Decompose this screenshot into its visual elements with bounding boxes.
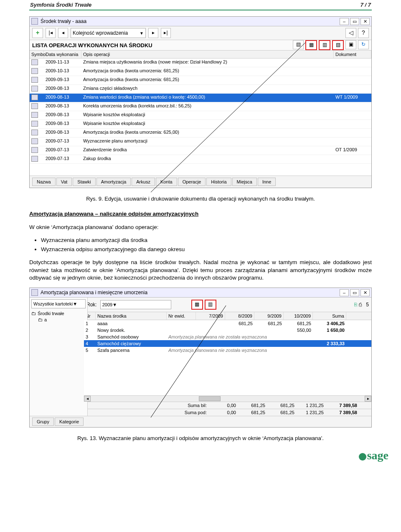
minimize-button[interactable]: –: [340, 18, 349, 25]
table-row[interactable]: 3Samochód osobowyAmortyzacja planowana n…: [84, 333, 371, 340]
table-row[interactable]: 2009-08-13Wpisanie kosztów eksploatacji: [30, 120, 371, 129]
back-button[interactable]: ◁: [345, 28, 356, 38]
doc-edit-icon[interactable]: ▦: [305, 40, 317, 50]
tab-miejsca[interactable]: Miejsca: [232, 178, 257, 186]
close-button[interactable]: ✕: [360, 289, 370, 296]
table-row[interactable]: 2009-07-13Wyznaczenie planu amortyzacji: [30, 137, 371, 146]
chevron-down-icon: ▼: [140, 31, 144, 36]
table-row[interactable]: 2009-08-13Zmiana wartości środka (zmiana…: [30, 94, 371, 102]
bullet-item: Wyznaczenia planu amortyzacji dla środka: [41, 237, 372, 244]
row-icon: [31, 130, 38, 135]
row-count: 5: [366, 302, 369, 308]
table-row[interactable]: 5Szafa pancernaAmortyzacja planowana nie…: [84, 347, 371, 354]
calc-plan-icon[interactable]: ▦: [191, 300, 203, 310]
tab-grupy[interactable]: Grupy: [32, 417, 54, 426]
scroll-thumb[interactable]: [199, 396, 221, 401]
row-icon: [31, 86, 38, 92]
first-button[interactable]: |◂: [46, 28, 56, 38]
year-combo[interactable]: 2009▼: [100, 300, 171, 309]
sum-row-pod: Suma pod: 0,00681,25681,251 231,257 389,…: [84, 409, 371, 416]
bullet-item: Wyznaczenia odpisu amortyzacyjnego dla d…: [41, 246, 372, 253]
table-row[interactable]: 2009-07-13Zakup środka: [30, 155, 371, 164]
maximize-button[interactable]: ▭: [350, 18, 359, 25]
print-icon[interactable]: ⎙: [359, 302, 362, 308]
window-title: Środek trwały - aaaa: [41, 18, 86, 24]
header-rule: [29, 10, 372, 10]
sort-combo[interactable]: Kolejność wprowadzenia ▼: [71, 28, 146, 38]
tree-item[interactable]: 🗀 a: [38, 317, 86, 322]
row-icon: [31, 138, 38, 144]
table-row[interactable]: 2009-08-13Zmiana części składowych: [30, 85, 371, 94]
tab-vat[interactable]: Vat: [56, 178, 72, 186]
folder-icon: 🗀: [38, 317, 43, 322]
figure-caption-13: Rys. 13. Wyznaczanie planu amortyzacji i…: [29, 435, 372, 441]
h-scrollbar[interactable]: ◂ ▸: [84, 395, 371, 402]
table-row[interactable]: 2009-08-13Wpisanie kosztów eksploatacji: [30, 111, 371, 120]
section-heading: Amortyzacja planowana – naliczanie odpis…: [29, 211, 198, 217]
refresh-icon[interactable]: ↻: [358, 40, 369, 49]
section-title: LISTA OPERACJI WYKONANYCH NA ŚRODKU: [32, 42, 152, 48]
window-amortization: Amortyzacja planowana i miesięczne umorz…: [29, 288, 372, 428]
row-icon: [31, 103, 38, 109]
prev-button[interactable]: ◂: [58, 28, 68, 38]
calc-writeoff-icon[interactable]: ▥: [205, 300, 216, 310]
row-icon: [31, 121, 38, 127]
maximize-button[interactable]: ▭: [350, 289, 359, 296]
tab-historia[interactable]: Historia: [206, 178, 231, 186]
rok-label: Rok:: [86, 302, 97, 308]
doc-title: Symfonia Środki Trwałe: [30, 2, 91, 8]
filter-combo[interactable]: Wszystkie kartoteki▼: [31, 299, 86, 308]
add-button[interactable]: +: [32, 28, 43, 38]
tab-inne[interactable]: Inne: [258, 178, 276, 186]
help-button[interactable]: ?: [358, 28, 369, 38]
chevron-down-icon: ▼: [112, 302, 117, 307]
row-icon: [31, 156, 38, 162]
grid-body: 1aaaa681,25681,25681,253 406,252Nowy śro…: [84, 320, 371, 395]
table-row[interactable]: 2009-08-13Amortyzacja środka (kwota umor…: [30, 129, 371, 137]
table-row[interactable]: 1aaaa681,25681,25681,253 406,25: [84, 320, 371, 327]
scroll-left-icon[interactable]: ◂: [84, 396, 91, 402]
ops-table-body: 2009-11-13Zmiana miejsca użytkowania śro…: [30, 59, 371, 176]
tab-arkusz[interactable]: Arkusz: [132, 178, 155, 186]
tab-nazwa[interactable]: Nazwa: [32, 178, 56, 186]
tab-stawki[interactable]: Stawki: [73, 178, 95, 186]
window-asset-ops: Środek trwały - aaaa – ▭ ✕ + |◂ ◂ Kolejn…: [29, 16, 372, 188]
close-button[interactable]: ✕: [360, 18, 370, 25]
table-row[interactable]: 2Nowy środek.550,001 650,00: [84, 327, 371, 333]
app-icon: [31, 289, 38, 296]
doc-print-icon[interactable]: ▧: [332, 40, 344, 50]
row-icon: [31, 68, 38, 74]
sort-combo-label: Kolejność wprowadzenia: [73, 30, 128, 36]
tab-amortyzacja[interactable]: Amortyzacja: [96, 178, 131, 186]
tree-panel: Wszystkie kartoteki▼ 🗀 Środki trwałe 🗀 a: [30, 298, 88, 416]
sum-row-bil: Suma bil: 0,00681,25681,251 231,257 389,…: [84, 402, 371, 409]
table-row[interactable]: 2009-11-13Zmiana miejsca użytkowania śro…: [30, 59, 371, 67]
table-row[interactable]: 2009-10-13Amortyzacja środka (kwota umor…: [30, 67, 371, 76]
table-row[interactable]: 2009-09-13Amortyzacja środka (kwota umor…: [30, 76, 371, 85]
export-icon[interactable]: ⎘: [354, 302, 357, 308]
row-icon: [31, 112, 38, 118]
doc-list-icon[interactable]: ▥: [319, 40, 330, 50]
scroll-right-icon[interactable]: ▸: [365, 396, 371, 402]
properties-icon[interactable]: ▣: [345, 40, 356, 49]
table-row[interactable]: 2009-07-13Zatwierdzenie środkaOT 1/2009: [30, 146, 371, 155]
tree-root[interactable]: 🗀 Środki trwałe: [31, 311, 86, 316]
paragraph: W oknie ‘Amortyzacja planowana' dodano o…: [29, 224, 372, 231]
table-row[interactable]: 4Samochód ciężarowy2 333,33: [84, 340, 371, 347]
paragraph: Dotychczas operacje te były dostępne na …: [29, 259, 372, 282]
next-button[interactable]: ▸: [148, 28, 158, 38]
row-icon: [31, 147, 38, 153]
tab-kategorie[interactable]: Kategorie: [55, 417, 84, 426]
grid-header: NrNazwa środkaNr ewid. 7/20098/20099/200…: [84, 312, 371, 320]
row-icon: [31, 77, 38, 83]
row-icon: [31, 59, 38, 65]
tab-konta[interactable]: Konta: [156, 178, 177, 186]
minimize-button[interactable]: –: [340, 289, 349, 296]
tab-operacje[interactable]: Operacje: [178, 178, 206, 186]
ops-table-header: Symbol Data wykonania Opis operacji Doku…: [30, 51, 371, 59]
window-title: Amortyzacja planowana i miesięczne umorz…: [41, 290, 147, 295]
doc-view-icon[interactable]: ▤: [293, 40, 304, 49]
bottom-tabs: GrupyKategorie: [30, 416, 371, 427]
last-button[interactable]: ▸|: [161, 28, 171, 38]
table-row[interactable]: 2009-08-13Korekta umorzenia środka (kore…: [30, 102, 371, 111]
